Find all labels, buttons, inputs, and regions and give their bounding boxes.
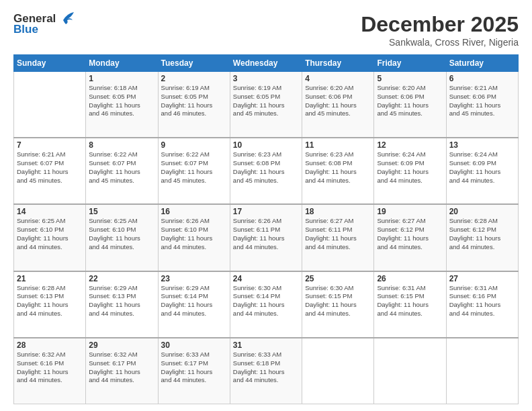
day-info: Sunrise: 6:19 AMSunset: 6:05 PMDaylight:… [161,84,227,118]
day-number: 10 [233,140,299,150]
calendar-week-1: 1Sunrise: 6:18 AMSunset: 6:05 PMDaylight… [14,72,519,138]
day-info: Sunrise: 6:20 AMSunset: 6:06 PMDaylight:… [305,84,371,118]
day-info: Sunrise: 6:22 AMSunset: 6:07 PMDaylight:… [89,150,154,185]
calendar-cell: 9Sunrise: 6:22 AMSunset: 6:07 PMDaylight… [158,138,230,204]
calendar-cell: 10Sunrise: 6:23 AMSunset: 6:08 PMDayligh… [230,138,302,204]
calendar-cell: 15Sunrise: 6:25 AMSunset: 6:10 PMDayligh… [86,204,158,271]
calendar-header-row: SundayMondayTuesdayWednesdayThursdayFrid… [14,55,519,72]
calendar-cell [374,338,446,404]
day-info: Sunrise: 6:19 AMSunset: 6:05 PMDaylight:… [233,84,299,118]
calendar-cell: 28Sunrise: 6:32 AMSunset: 6:16 PMDayligh… [14,338,86,404]
calendar-week-5: 28Sunrise: 6:32 AMSunset: 6:16 PMDayligh… [14,338,519,404]
day-number: 1 [89,74,154,83]
day-info: Sunrise: 6:28 AMSunset: 6:13 PMDaylight:… [17,284,83,318]
day-info: Sunrise: 6:24 AMSunset: 6:09 PMDaylight:… [449,150,515,185]
day-number: 14 [17,207,83,216]
day-info: Sunrise: 6:27 AMSunset: 6:12 PMDaylight:… [377,217,443,251]
day-number: 29 [89,340,154,350]
day-info: Sunrise: 6:24 AMSunset: 6:09 PMDaylight:… [377,150,443,185]
calendar-cell: 19Sunrise: 6:27 AMSunset: 6:12 PMDayligh… [374,204,446,271]
day-info: Sunrise: 6:18 AMSunset: 6:05 PMDaylight:… [89,84,154,118]
day-number: 16 [161,207,227,216]
day-info: Sunrise: 6:31 AMSunset: 6:15 PMDaylight:… [377,284,443,318]
day-info: Sunrise: 6:25 AMSunset: 6:10 PMDaylight:… [17,217,83,251]
calendar-cell: 16Sunrise: 6:26 AMSunset: 6:10 PMDayligh… [158,204,230,271]
calendar-table: SundayMondayTuesdayWednesdayThursdayFrid… [13,54,519,404]
day-number: 8 [89,140,154,150]
day-number: 21 [17,274,83,283]
day-info: Sunrise: 6:33 AMSunset: 6:17 PMDaylight:… [161,351,227,385]
day-number: 3 [233,74,299,83]
header: General Blue December 2025 Sankwala, Cro… [13,12,519,48]
calendar-cell: 30Sunrise: 6:33 AMSunset: 6:17 PMDayligh… [158,338,230,404]
calendar-cell: 21Sunrise: 6:28 AMSunset: 6:13 PMDayligh… [14,271,86,338]
calendar-header-thursday: Thursday [302,55,374,72]
calendar-cell: 1Sunrise: 6:18 AMSunset: 6:05 PMDaylight… [86,72,158,138]
calendar-cell [302,338,374,404]
day-number: 24 [233,274,299,283]
day-number: 12 [377,140,443,150]
calendar-cell: 13Sunrise: 6:24 AMSunset: 6:09 PMDayligh… [446,138,518,204]
day-number: 11 [305,140,371,150]
calendar-week-2: 7Sunrise: 6:21 AMSunset: 6:07 PMDaylight… [14,138,519,204]
day-number: 22 [89,274,154,283]
day-number: 27 [449,274,515,283]
logo-bird-icon [58,11,75,26]
logo: General Blue [13,12,75,36]
calendar-cell: 26Sunrise: 6:31 AMSunset: 6:15 PMDayligh… [374,271,446,338]
day-info: Sunrise: 6:30 AMSunset: 6:15 PMDaylight:… [305,284,371,318]
day-number: 26 [377,274,443,283]
calendar-header-sunday: Sunday [14,55,86,72]
day-info: Sunrise: 6:27 AMSunset: 6:11 PMDaylight:… [305,217,371,251]
calendar-cell: 8Sunrise: 6:22 AMSunset: 6:07 PMDaylight… [86,138,158,204]
day-info: Sunrise: 6:28 AMSunset: 6:12 PMDaylight:… [449,217,515,251]
day-info: Sunrise: 6:25 AMSunset: 6:10 PMDaylight:… [89,217,154,251]
day-info: Sunrise: 6:31 AMSunset: 6:16 PMDaylight:… [449,284,515,318]
calendar-cell: 5Sunrise: 6:20 AMSunset: 6:06 PMDaylight… [374,72,446,138]
calendar-header-friday: Friday [374,55,446,72]
calendar-cell: 31Sunrise: 6:33 AMSunset: 6:18 PMDayligh… [230,338,302,404]
day-number: 6 [449,74,515,83]
calendar-cell: 4Sunrise: 6:20 AMSunset: 6:06 PMDaylight… [302,72,374,138]
day-info: Sunrise: 6:30 AMSunset: 6:14 PMDaylight:… [233,284,299,318]
calendar-cell: 11Sunrise: 6:23 AMSunset: 6:08 PMDayligh… [302,138,374,204]
day-number: 30 [161,340,227,350]
calendar-cell [446,338,518,404]
calendar-week-4: 21Sunrise: 6:28 AMSunset: 6:13 PMDayligh… [14,271,519,338]
calendar-cell: 24Sunrise: 6:30 AMSunset: 6:14 PMDayligh… [230,271,302,338]
day-number: 25 [305,274,371,283]
calendar-cell: 29Sunrise: 6:32 AMSunset: 6:17 PMDayligh… [86,338,158,404]
day-info: Sunrise: 6:22 AMSunset: 6:07 PMDaylight:… [161,150,227,185]
calendar-cell: 14Sunrise: 6:25 AMSunset: 6:10 PMDayligh… [14,204,86,271]
calendar-cell: 3Sunrise: 6:19 AMSunset: 6:05 PMDaylight… [230,72,302,138]
day-info: Sunrise: 6:33 AMSunset: 6:18 PMDaylight:… [233,351,299,385]
day-number: 20 [449,207,515,216]
day-number: 5 [377,74,443,83]
calendar-cell: 25Sunrise: 6:30 AMSunset: 6:15 PMDayligh… [302,271,374,338]
calendar-header-saturday: Saturday [446,55,518,72]
day-info: Sunrise: 6:26 AMSunset: 6:11 PMDaylight:… [233,217,299,251]
calendar-header-tuesday: Tuesday [158,55,230,72]
day-info: Sunrise: 6:23 AMSunset: 6:08 PMDaylight:… [305,150,371,185]
calendar-cell: 22Sunrise: 6:29 AMSunset: 6:13 PMDayligh… [86,271,158,338]
subtitle: Sankwala, Cross River, Nigeria [361,37,519,48]
day-number: 15 [89,207,154,216]
calendar-cell: 18Sunrise: 6:27 AMSunset: 6:11 PMDayligh… [302,204,374,271]
day-number: 4 [305,74,371,83]
page: General Blue December 2025 Sankwala, Cro… [0,0,532,411]
calendar-week-3: 14Sunrise: 6:25 AMSunset: 6:10 PMDayligh… [14,204,519,271]
day-number: 23 [161,274,227,283]
calendar-header-wednesday: Wednesday [230,55,302,72]
calendar-cell: 7Sunrise: 6:21 AMSunset: 6:07 PMDaylight… [14,138,86,204]
day-number: 13 [449,140,515,150]
day-number: 18 [305,207,371,216]
calendar-cell: 12Sunrise: 6:24 AMSunset: 6:09 PMDayligh… [374,138,446,204]
day-info: Sunrise: 6:26 AMSunset: 6:10 PMDaylight:… [161,217,227,251]
calendar-cell: 6Sunrise: 6:21 AMSunset: 6:06 PMDaylight… [446,72,518,138]
day-info: Sunrise: 6:32 AMSunset: 6:17 PMDaylight:… [89,351,154,385]
day-number: 7 [17,140,83,150]
calendar-header-monday: Monday [86,55,158,72]
day-number: 2 [161,74,227,83]
day-number: 28 [17,340,83,350]
calendar-cell: 20Sunrise: 6:28 AMSunset: 6:12 PMDayligh… [446,204,518,271]
